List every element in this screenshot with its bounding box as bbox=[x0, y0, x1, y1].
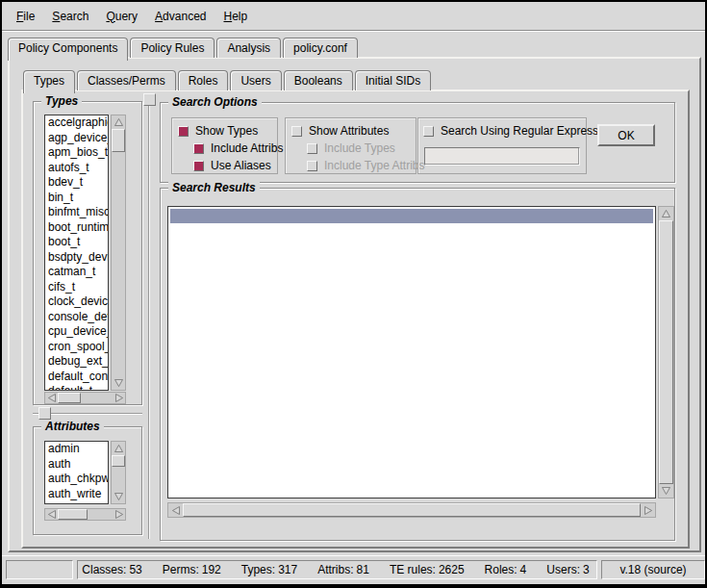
types-list-item[interactable]: cron_spool_t bbox=[45, 340, 108, 355]
tab-analysis[interactable]: Analysis bbox=[216, 38, 281, 58]
regex-label: Search Using Regular Expression bbox=[441, 124, 614, 138]
types-list-item[interactable]: boot_runtime_t bbox=[45, 220, 108, 236]
checkbox-unchecked-icon bbox=[307, 143, 317, 154]
scroll-right-icon[interactable] bbox=[113, 393, 125, 403]
app-window: File Search Query Advanced Help Policy C… bbox=[0, 0, 707, 588]
attributes-frame-title: Attributes bbox=[41, 420, 104, 433]
regex-checkbox[interactable]: Search Using Regular Expression bbox=[423, 124, 614, 138]
types-list-item[interactable]: catman_t bbox=[45, 265, 108, 280]
status-panel-left bbox=[6, 560, 73, 579]
vertical-sash-handle[interactable] bbox=[143, 93, 156, 106]
scroll-left-icon[interactable] bbox=[45, 509, 58, 520]
tab-roles[interactable]: Roles bbox=[178, 70, 229, 90]
menu-search[interactable]: Search bbox=[43, 7, 97, 26]
show-types-checkbox[interactable]: Show Types bbox=[178, 124, 258, 138]
status-stat-value: 317 bbox=[278, 563, 297, 576]
scroll-down-icon[interactable] bbox=[112, 490, 125, 503]
selected-line-highlight bbox=[170, 209, 653, 223]
ok-button[interactable]: OK bbox=[597, 124, 655, 146]
status-stat-label: Perms: bbox=[163, 563, 199, 576]
scroll-right-icon[interactable] bbox=[641, 503, 655, 517]
types-list-item[interactable]: cifs_t bbox=[45, 280, 108, 295]
scroll-down-icon[interactable] bbox=[112, 376, 125, 390]
types-list-item[interactable]: boot_t bbox=[45, 235, 108, 250]
results-horizontal-scrollbar[interactable] bbox=[167, 502, 656, 518]
scroll-up-icon[interactable] bbox=[112, 442, 125, 455]
types-vscroll-thumb[interactable] bbox=[112, 129, 125, 152]
types-horizontal-scrollbar[interactable] bbox=[44, 392, 126, 404]
scroll-left-icon[interactable] bbox=[168, 503, 183, 517]
tab-initial-sids[interactable]: Initial SIDs bbox=[355, 70, 431, 90]
types-list-item[interactable]: accelgraphics_e bbox=[45, 115, 108, 131]
status-stat: Users:3 bbox=[546, 563, 592, 576]
search-options-frame: Search Options Show Types Include Attrib… bbox=[160, 102, 675, 183]
attributes-list-item[interactable]: admin bbox=[45, 442, 108, 457]
attributes-list-item[interactable]: auth_chkpwd bbox=[45, 472, 108, 487]
menu-file-label: ile bbox=[23, 10, 35, 23]
menu-help[interactable]: Help bbox=[215, 7, 256, 26]
menu-query[interactable]: Query bbox=[97, 7, 146, 26]
types-list-item[interactable]: bsdpty_device_ bbox=[45, 250, 108, 266]
types-hscroll-trough[interactable] bbox=[58, 393, 113, 403]
search-results-textarea[interactable] bbox=[167, 206, 656, 499]
types-list-item[interactable]: default_t bbox=[45, 384, 108, 391]
attributes-hscroll-trough[interactable] bbox=[58, 509, 113, 520]
results-vertical-scrollbar[interactable] bbox=[658, 206, 674, 499]
types-listbox[interactable]: accelgraphics_eagp_device_tapm_bios_taut… bbox=[44, 115, 109, 391]
use-aliases-checkbox[interactable]: Use Aliases bbox=[193, 159, 271, 172]
types-list-item[interactable]: apm_bios_t bbox=[45, 145, 108, 161]
tab-policy-conf[interactable]: policy.conf bbox=[283, 38, 358, 58]
attributes-vertical-scrollbar[interactable] bbox=[111, 441, 126, 504]
types-list-item[interactable]: autofs_t bbox=[45, 161, 108, 176]
scroll-right-icon[interactable] bbox=[113, 509, 125, 520]
tab-booleans[interactable]: Booleans bbox=[284, 70, 353, 90]
show-attributes-checkbox[interactable]: Show Attributes bbox=[291, 124, 389, 138]
attributes-horizontal-scrollbar[interactable] bbox=[44, 508, 126, 521]
scroll-down-icon[interactable] bbox=[659, 484, 673, 498]
menu-advanced[interactable]: Advanced bbox=[146, 7, 215, 26]
vertical-sash[interactable] bbox=[148, 106, 150, 539]
status-stat-value: 4 bbox=[520, 563, 527, 576]
types-list-item[interactable]: console_device bbox=[45, 310, 108, 325]
types-list-item[interactable]: binfmt_misc_fs bbox=[45, 205, 108, 220]
tab-classes-perms[interactable]: Classes/Perms bbox=[77, 70, 176, 90]
types-list-item[interactable]: clock_device_t bbox=[45, 294, 108, 310]
attributes-list-item[interactable]: auth bbox=[45, 457, 108, 473]
attributes-list-item[interactable]: auth_write bbox=[45, 487, 108, 502]
scroll-up-icon[interactable] bbox=[112, 115, 125, 129]
include-attribs-checkbox[interactable]: Include Attribs bbox=[193, 141, 283, 155]
tab-policy-components[interactable]: Policy Components bbox=[8, 38, 128, 61]
include-types-checkbox: Include Types bbox=[307, 141, 395, 155]
results-vscroll-trough[interactable] bbox=[659, 220, 673, 484]
status-stat-value: 192 bbox=[202, 563, 221, 576]
results-hscroll-thumb[interactable] bbox=[183, 503, 641, 517]
menu-advanced-mnemonic: A bbox=[155, 10, 163, 23]
types-list-item[interactable]: cpu_device_t bbox=[45, 324, 108, 340]
status-stat: TE rules:2625 bbox=[390, 563, 467, 576]
types-vertical-scrollbar[interactable] bbox=[111, 115, 126, 391]
types-list-item[interactable]: bin_t bbox=[45, 191, 108, 206]
attributes-vscroll-trough[interactable] bbox=[112, 455, 125, 490]
types-list-item[interactable]: debug_ext_t bbox=[45, 354, 108, 370]
tab-policy-rules[interactable]: Policy Rules bbox=[130, 38, 215, 58]
attributes-hscroll-thumb[interactable] bbox=[58, 509, 88, 520]
types-hscroll-thumb[interactable] bbox=[58, 393, 81, 403]
scroll-up-icon[interactable] bbox=[659, 207, 673, 220]
include-type-attribs-label: Include Type Attribs bbox=[324, 159, 425, 172]
types-list-item[interactable]: bdev_t bbox=[45, 175, 108, 191]
types-list-item[interactable]: agp_device_t bbox=[45, 131, 108, 146]
search-results-title: Search Results bbox=[168, 181, 260, 194]
attributes-vscroll-thumb[interactable] bbox=[112, 455, 125, 467]
menu-help-mnemonic: H bbox=[223, 10, 232, 23]
attributes-listbox[interactable]: adminauthauth_chkpwdauth_write bbox=[44, 441, 109, 504]
types-list-item[interactable]: default_context bbox=[45, 370, 108, 385]
results-vscroll-thumb[interactable] bbox=[659, 220, 673, 484]
horizontal-sash-handle[interactable] bbox=[38, 407, 51, 420]
regex-input[interactable] bbox=[424, 147, 580, 166]
tab-types[interactable]: Types bbox=[23, 70, 75, 93]
scroll-left-icon[interactable] bbox=[45, 393, 58, 403]
menu-file[interactable]: File bbox=[8, 7, 43, 26]
results-hscroll-trough[interactable] bbox=[183, 503, 641, 517]
types-vscroll-trough[interactable] bbox=[112, 129, 125, 376]
tab-users[interactable]: Users bbox=[230, 70, 281, 90]
